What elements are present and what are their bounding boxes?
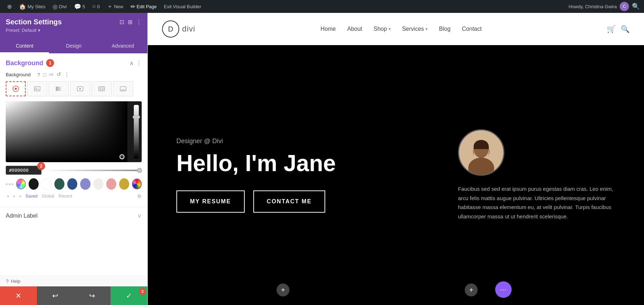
bubble-item[interactable]: ○ 0 [89,0,103,13]
color-bg-button[interactable] [6,81,26,96]
lightness-slider[interactable] [134,105,139,159]
color-picker-swatch[interactable] [16,179,26,189]
pattern-bg-button[interactable] [92,81,112,96]
color-picker-area[interactable] [6,101,142,162]
hero-section: Designer @ Divi Hello, I'm Jane MY RESUM… [148,45,644,305]
tab-advanced[interactable]: Advanced [98,39,147,53]
swatch-dots [6,183,13,185]
more-button[interactable]: ⋮ [136,60,142,67]
nav-services[interactable]: Services ▾ [402,26,428,32]
saved-tab[interactable]: Saved [25,194,38,199]
bubble-icon: ○ [92,3,96,10]
edit-page-item[interactable]: ✏ Edit Page [128,0,160,13]
floating-menu-button[interactable]: ··· [495,281,512,298]
swatch-black[interactable] [29,178,39,190]
lightness-thumb[interactable] [133,116,140,118]
section-settings-panel: Section Settings ⊡ ⊞ ⋮ Preset: Default ▾… [0,13,148,305]
search-icon[interactable]: 🔍 [632,3,640,10]
redo-button[interactable]: ↪ [74,286,111,305]
hero-title: Hello, I'm Jane [176,151,436,176]
cart-icon[interactable]: 🛒 [607,25,616,33]
admin-label-title: Admin Label [6,213,38,219]
tab-design[interactable]: Design [49,39,98,53]
save-button[interactable]: ✓ 3 [111,286,147,305]
nav-about[interactable]: About [347,26,362,32]
nav-blog[interactable]: Blog [439,26,450,32]
svg-rect-4 [56,87,62,91]
wp-icon: ⊕ [7,3,12,10]
admin-label-arrow: ∨ [137,212,142,219]
site-nav: D divi Home About Shop ▾ Services ▾ [148,13,644,45]
hero-left: Designer @ Divi Hello, I'm Jane MY RESUM… [176,137,458,212]
search-nav-icon[interactable]: 🔍 [621,25,630,33]
nav-home[interactable]: Home [321,26,336,32]
cursor-icon[interactable]: ⇨ [49,71,54,78]
undo-button[interactable]: ↩ [37,286,74,305]
more-bg-icon[interactable]: ⋮ [64,71,69,78]
hero-right: Faucibus sed sed erat ipsum purus egesta… [458,129,615,221]
badge-1: 1 [46,59,54,67]
background-section-header: Background 1 ∧ ⋮ [6,59,142,67]
admin-bar-right: Howdy, Christina Gwira C 🔍 [569,2,640,11]
swatch-rainbow[interactable] [132,179,142,189]
comments-item[interactable]: 💬 5 [71,0,88,13]
swatch-white[interactable] [42,178,52,190]
contact-button[interactable]: CONTACT ME [253,190,325,213]
panel-tabs: Content Design Advanced [0,39,147,53]
nav-contact[interactable]: Contact [462,26,482,32]
hex-input[interactable] [6,166,42,175]
hex-input-wrap: 2 [6,166,42,175]
swatch-blue[interactable] [67,178,77,190]
add-column-right-button[interactable]: + [465,284,478,296]
svg-point-1 [15,88,17,90]
maximize-icon[interactable]: ⊡ [119,19,124,25]
cancel-button[interactable]: ✕ [0,286,37,305]
my-sites-item[interactable]: 🏠 My Sites [16,0,48,13]
exit-visual-builder-item[interactable]: Exit Visual Builder [161,0,204,13]
panel-preset[interactable]: Preset: Default ▾ [6,28,142,33]
swatch-settings-icon[interactable]: ⚙ [137,193,142,199]
admin-label-row[interactable]: Admin Label ∨ [6,212,142,219]
house-icon: 🏠 [19,3,26,10]
admin-label-section: Admin Label ∨ [0,207,147,224]
add-column-left-button[interactable]: + [277,284,289,296]
help-text[interactable]: Help [11,279,20,284]
image-bg-button[interactable] [27,81,47,96]
background-icons: ? □ ⇨ ↺ ⋮ [37,71,69,78]
new-item[interactable]: ＋ New [104,0,126,13]
gradient-bg-button[interactable] [49,81,69,96]
swatch-gold[interactable] [119,178,129,190]
device-icon[interactable]: □ [43,72,46,78]
divi-icon: ◎ [53,3,58,10]
mask-bg-button[interactable] [113,81,133,96]
swatch-lavender[interactable] [80,178,90,190]
help-icon[interactable]: ? [37,72,40,78]
recent-tab[interactable]: Recent [59,194,72,199]
nav-shop[interactable]: Shop ▾ [374,26,390,32]
panel-footer: ✕ ↩ ↪ ✓ 3 [0,286,147,305]
swatch-offwhite[interactable] [93,178,103,190]
color-picker-cursor[interactable] [119,154,125,159]
video-bg-button[interactable] [70,81,90,96]
reset-icon[interactable]: ↺ [57,71,61,78]
swatch-green[interactable] [54,178,64,190]
wp-admin-bar: ⊕ 🏠 My Sites ◎ Divi 💬 5 ○ 0 ＋ New ✏ Edit… [0,0,644,13]
plus-icon: ＋ [107,3,113,10]
resume-button[interactable]: MY RESUME [176,190,245,213]
tab-content[interactable]: Content [0,39,49,53]
wp-logo-item[interactable]: ⊕ [4,0,15,13]
swatch-tabs: Saved Global Recent ⚙ [6,193,142,199]
swatch-dot [11,183,13,185]
site-logo: D divi [162,20,195,38]
more-vert-icon[interactable]: ⋮ [136,19,142,25]
columns-icon[interactable]: ⊞ [128,19,132,25]
collapse-button[interactable]: ∧ [130,60,134,67]
background-section-controls: ∧ ⋮ [130,60,142,67]
add-buttons-row: + + [277,284,478,296]
opacity-slider[interactable] [44,170,142,171]
global-tab[interactable]: Global [42,194,54,199]
opacity-thumb[interactable] [137,168,142,173]
swatch-pink[interactable] [106,178,116,190]
logo-text: divi [182,24,195,34]
divi-item[interactable]: ◎ Divi [50,0,70,13]
